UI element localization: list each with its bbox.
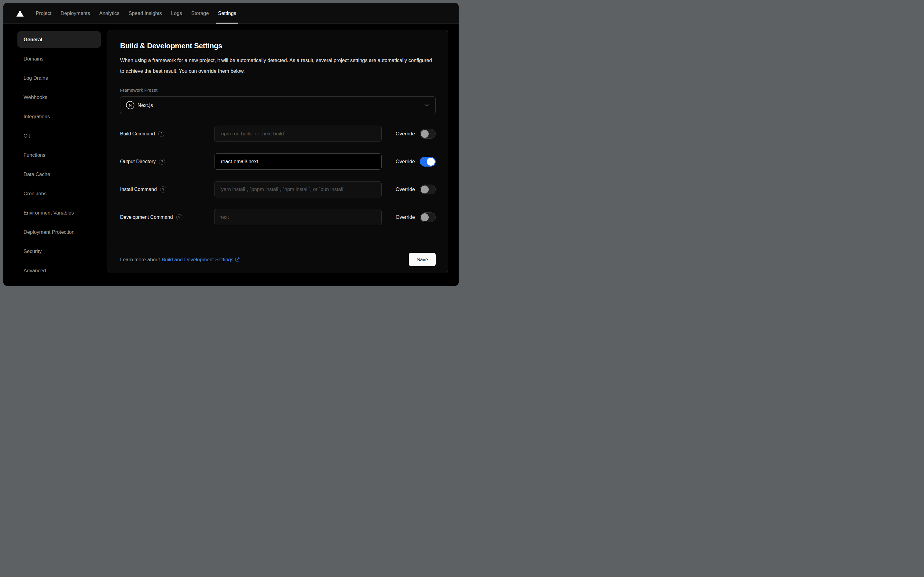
row-input[interactable] [214,181,382,197]
framework-preset-select[interactable]: N Next.js [120,96,436,114]
nav-tab-label: Settings [218,10,236,16]
svg-text:N: N [129,103,132,108]
nextjs-icon: N [126,101,134,110]
sidebar-item-label: Environment Variables [24,210,74,216]
row-input[interactable] [214,153,382,169]
toggle-knob [421,130,429,138]
sidebar-item[interactable]: Advanced [18,262,101,279]
help-icon[interactable]: ? [159,159,165,165]
sidebar-item-label: Log Drains [24,75,48,81]
override-label: Override [396,131,415,137]
sidebar-item-label: Security [24,248,42,254]
nav-tab-label: Speed Insights [129,10,162,16]
nav-tab[interactable]: Settings [213,3,241,24]
nav-tab[interactable]: Project [31,3,56,24]
settings-rows: Build Command ? Override [120,126,436,225]
sidebar-item[interactable]: Security [18,243,101,259]
settings-row: Install Command ? Override [120,181,436,197]
row-label: Output Directory ? [120,159,214,165]
build-dev-settings-card: Build & Development Settings When using … [108,30,448,273]
nav-tab[interactable]: Speed Insights [124,3,167,24]
sidebar-item-label: Data Cache [24,171,50,177]
main-panel: Build & Development Settings When using … [108,24,459,285]
sidebar-item[interactable]: Data Cache [18,166,101,182]
row-label-text: Output Directory [120,159,156,164]
learn-more-prefix: Learn more about [120,257,160,263]
row-label: Install Command ? [120,187,214,193]
sidebar-item[interactable]: Integrations [18,108,101,125]
nav-tab[interactable]: Storage [187,3,214,24]
sidebar-item[interactable]: Environment Variables [18,205,101,221]
save-button[interactable]: Save [409,253,436,266]
sidebar-item[interactable]: Git [18,127,101,144]
page-title: Build & Development Settings [120,42,436,50]
override-toggle[interactable] [420,213,436,222]
vercel-triangle-icon [16,10,24,17]
nav-tab-label: Logs [171,10,182,16]
override-control: Override [396,157,436,166]
nav-tab-label: Project [36,10,52,16]
learn-more-text: Learn more about Build and Development S… [120,257,240,263]
sidebar-item[interactable]: Cron Jobs [18,185,101,202]
override-control: Override [396,213,436,222]
settings-sidebar: General Domains Log Drains Webhooks Inte… [3,24,108,285]
override-toggle[interactable] [420,157,436,166]
help-icon[interactable]: ? [158,131,164,137]
sidebar-item-label: Domains [24,56,43,62]
external-link-icon [235,257,240,262]
sidebar-item-label: Integrations [24,114,50,119]
sidebar-item-label: General [24,37,42,42]
vercel-logo[interactable] [11,3,28,24]
row-input[interactable] [214,209,382,225]
card-body: Build & Development Settings When using … [108,30,448,246]
nav-tabs: Project Deployments Analytics Speed Insi… [31,3,241,24]
nav-tab-label: Analytics [99,10,119,16]
learn-more-link[interactable]: Build and Development Settings [162,257,240,263]
override-label: Override [396,214,415,220]
row-label-text: Development Command [120,214,173,220]
override-control: Override [396,129,436,139]
row-label: Development Command ? [120,214,214,220]
card-description: When using a framework for a new project… [120,55,436,76]
sidebar-item[interactable]: General [18,31,101,48]
nav-tab-label: Deployments [61,10,90,16]
card-footer: Learn more about Build and Development S… [108,246,448,273]
toggle-knob [421,213,429,221]
learn-more-link-label: Build and Development Settings [162,257,233,263]
top-nav: Project Deployments Analytics Speed Insi… [3,3,459,24]
sidebar-item-label: Functions [24,152,45,158]
framework-preset-label: Framework Preset [120,87,436,93]
toggle-knob [421,185,429,193]
override-toggle[interactable] [420,185,436,194]
settings-row: Build Command ? Override [120,126,436,142]
nav-tab[interactable]: Analytics [95,3,124,24]
help-icon[interactable]: ? [176,214,182,220]
override-toggle[interactable] [420,129,436,139]
sidebar-item[interactable]: Log Drains [18,70,101,86]
chevron-down-icon [423,102,430,108]
nav-tab[interactable]: Logs [167,3,187,24]
row-input[interactable] [214,126,382,142]
nav-tab-label: Storage [191,10,209,16]
override-label: Override [396,187,415,192]
settings-row: Development Command ? Override [120,209,436,225]
sidebar-item-label: Advanced [24,268,46,274]
sidebar-item-label: Cron Jobs [24,191,47,197]
row-label: Build Command ? [120,131,214,137]
app-window: Project Deployments Analytics Speed Insi… [3,3,459,286]
sidebar-item-label: Webhooks [24,94,47,100]
sidebar-item-label: Git [24,133,30,139]
sidebar-item[interactable]: Domains [18,50,101,67]
sidebar-item[interactable]: Webhooks [18,89,101,105]
sidebar-item[interactable]: Deployment Protection [18,224,101,240]
content-area: General Domains Log Drains Webhooks Inte… [3,24,459,285]
nav-tab[interactable]: Deployments [56,3,94,24]
help-icon[interactable]: ? [160,187,166,193]
row-label-text: Build Command [120,131,155,137]
override-control: Override [396,185,436,194]
override-label: Override [396,159,415,164]
toggle-knob [427,158,435,166]
sidebar-item[interactable]: Functions [18,147,101,163]
row-label-text: Install Command [120,187,157,192]
framework-preset-value: Next.js [137,102,153,108]
